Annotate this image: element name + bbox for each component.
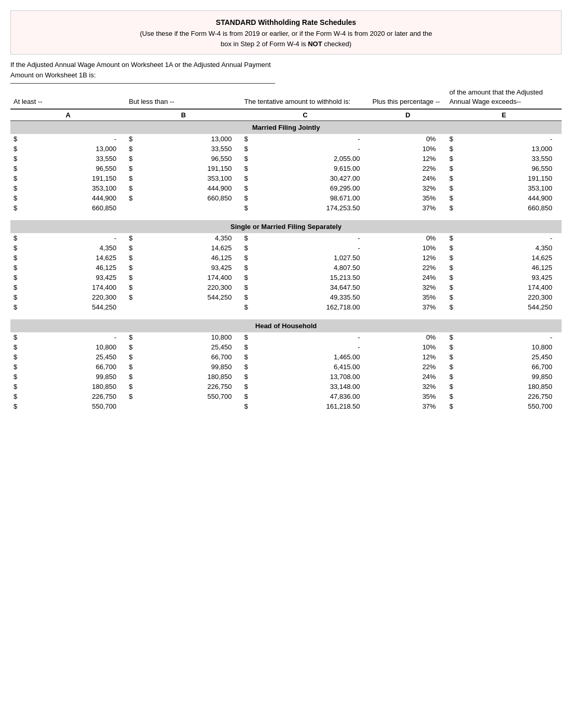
money-cell: $99,850 [126, 362, 241, 372]
money-cell: $1,465.00 [241, 352, 370, 362]
money-cell: $15,213.50 [241, 273, 370, 282]
money-cell: $- [241, 144, 370, 154]
money-cell: $99,850 [446, 372, 562, 382]
table-row: $550,700$161,218.5037%$550,700 [10, 401, 562, 413]
money-cell: $191,150 [10, 173, 126, 183]
money-cell: $226,750 [126, 382, 241, 392]
section-header-row: Head of Household [10, 319, 562, 332]
money-cell: $660,850 [446, 203, 562, 213]
money-cell: $660,850 [126, 193, 241, 203]
money-cell: $180,850 [446, 382, 562, 392]
table-row: $33,550$96,550$2,055.0012%$33,550 [10, 154, 562, 164]
money-cell: $550,700 [126, 392, 241, 401]
money-cell: $33,148.00 [241, 382, 370, 392]
money-cell: $69,295.00 [241, 183, 370, 193]
money-cell: $444,900 [126, 183, 241, 193]
spacer-row [10, 213, 562, 220]
money-cell: $9,615.00 [241, 164, 370, 173]
money-cell: $- [10, 233, 126, 243]
table-row: $444,900$660,850$98,671.0035%$444,900 [10, 193, 562, 203]
percentage-cell: 35% [370, 193, 446, 203]
money-cell: $14,625 [10, 253, 126, 263]
table-wrapper: At least -- But less than -- The tentati… [10, 86, 562, 413]
money-cell: $93,425 [446, 273, 562, 282]
col-e-header: of the amount that the Adjusted Annual W… [446, 86, 562, 109]
money-cell: $33,550 [446, 154, 562, 164]
money-cell: $353,100 [10, 183, 126, 193]
percentage-cell: 22% [370, 362, 446, 372]
table-row: $14,625$46,125$1,027.5012%$14,625 [10, 253, 562, 263]
money-cell: $25,450 [126, 342, 241, 352]
money-cell: $- [241, 243, 370, 253]
not-text: NOT [308, 40, 322, 48]
money-cell: $226,750 [446, 392, 562, 401]
money-cell [126, 302, 241, 312]
money-cell: $162,718.00 [241, 302, 370, 312]
col-c-header: The tentative amount to withhold is: [241, 86, 370, 109]
percentage-cell: 35% [370, 392, 446, 401]
table-row: $-$4,350$-0%$- [10, 233, 562, 243]
table-row: $353,100$444,900$69,295.0032%$353,100 [10, 183, 562, 193]
money-cell: $49,335.50 [241, 292, 370, 302]
money-cell: $96,550 [10, 164, 126, 173]
money-cell: $66,700 [10, 362, 126, 372]
money-cell: $10,800 [10, 342, 126, 352]
percentage-cell: 37% [370, 203, 446, 213]
money-cell: $- [446, 332, 562, 342]
percentage-cell: 0% [370, 134, 446, 144]
money-cell: $6,415.00 [241, 362, 370, 372]
money-cell: $46,125 [10, 263, 126, 273]
main-title: STANDARD Withholding Rate Schedules [21, 18, 551, 26]
money-cell: $- [10, 134, 126, 144]
money-cell: $14,625 [126, 243, 241, 253]
page-header: STANDARD Withholding Rate Schedules (Use… [10, 10, 562, 55]
table-row: $544,250$162,718.0037%$544,250 [10, 302, 562, 312]
money-cell: $30,427.00 [241, 173, 370, 183]
table-row: $93,425$174,400$15,213.5024%$93,425 [10, 273, 562, 282]
money-cell: $550,700 [10, 401, 126, 413]
percentage-cell: 12% [370, 154, 446, 164]
money-cell: $174,400 [446, 282, 562, 292]
table-row: $180,850$226,750$33,148.0032%$180,850 [10, 382, 562, 392]
percentage-cell: 24% [370, 372, 446, 382]
money-cell [126, 401, 241, 413]
money-cell: $46,125 [126, 253, 241, 263]
money-cell: $- [446, 134, 562, 144]
label-a: A [10, 109, 126, 121]
money-cell: $444,900 [446, 193, 562, 203]
table-row: $46,125$93,425$4,807.5022%$46,125 [10, 263, 562, 273]
money-cell: $180,850 [10, 382, 126, 392]
money-cell: $10,800 [446, 342, 562, 352]
money-cell: $220,300 [126, 282, 241, 292]
subtitle: (Use these if the Form W-4 is from 2019 … [21, 29, 551, 49]
money-cell: $25,450 [446, 352, 562, 362]
money-cell: $93,425 [10, 273, 126, 282]
table-row: $4,350$14,625$-10%$4,350 [10, 243, 562, 253]
label-c: C [241, 109, 370, 121]
percentage-cell: 37% [370, 302, 446, 312]
label-e: E [446, 109, 562, 121]
section-title-2: Head of Household [10, 319, 562, 332]
money-cell: $13,000 [126, 134, 241, 144]
money-cell: $544,250 [126, 292, 241, 302]
table-row: $220,300$544,250$49,335.5035%$220,300 [10, 292, 562, 302]
money-cell [126, 203, 241, 213]
money-cell: $96,550 [126, 154, 241, 164]
col-a-header: At least -- [10, 86, 126, 109]
money-cell: $2,055.00 [241, 154, 370, 164]
label-b: B [126, 109, 241, 121]
col-d-header: Plus this percentage -- [370, 86, 446, 109]
table-row: $174,400$220,300$34,647.5032%$174,400 [10, 282, 562, 292]
percentage-cell: 0% [370, 233, 446, 243]
table-row: $99,850$180,850$13,708.0024%$99,850 [10, 372, 562, 382]
section-header-row: Single or Married Filing Separately [10, 220, 562, 233]
money-cell: $- [241, 342, 370, 352]
table-row: $226,750$550,700$47,836.0035%$226,750 [10, 392, 562, 401]
money-cell: $550,700 [446, 401, 562, 413]
percentage-cell: 32% [370, 282, 446, 292]
money-cell: $47,836.00 [241, 392, 370, 401]
money-cell: $660,850 [10, 203, 126, 213]
section-title-1: Single or Married Filing Separately [10, 220, 562, 233]
col-b-header: But less than -- [126, 86, 241, 109]
money-cell: $33,550 [126, 144, 241, 154]
